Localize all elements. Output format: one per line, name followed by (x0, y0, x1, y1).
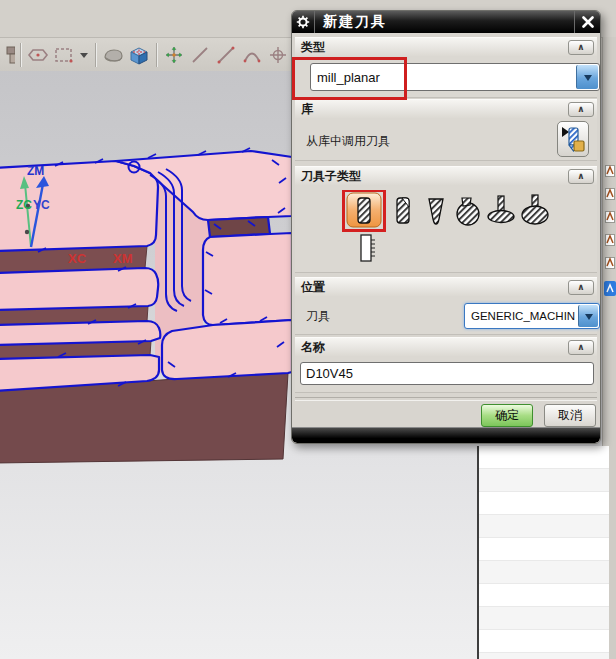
collapse-button-type[interactable]: ∧ (568, 40, 594, 55)
navigator-list[interactable] (477, 446, 609, 659)
side-tool-icon[interactable] (604, 209, 616, 224)
shaded-solid-icon[interactable] (101, 43, 125, 67)
line-endpoints-icon[interactable] (214, 43, 238, 67)
subtype-t-cutter[interactable] (488, 196, 514, 223)
subtype-chamfer-mill[interactable] (429, 199, 443, 224)
side-tool-icon[interactable] (604, 163, 616, 178)
subtype-spherical-mill[interactable] (457, 198, 479, 225)
side-tool-icon-selected[interactable] (604, 281, 616, 296)
point-icon[interactable] (266, 43, 290, 67)
axis-label-yc: YC (33, 198, 50, 212)
close-icon[interactable] (574, 11, 600, 33)
axis-label-zc: ZC (16, 198, 32, 212)
toolbar-separator (20, 43, 21, 67)
side-tool-icon[interactable] (604, 186, 616, 201)
section-label-subtype: 刀具子类型 (301, 168, 568, 185)
dialog-bottom-grip[interactable] (292, 427, 600, 443)
type-combo-value: mill_planar (317, 70, 380, 85)
library-item-label: 从库中调用刀具 (306, 133, 390, 150)
tool-combo-value: GENERIC_MACHIN (471, 310, 575, 322)
clipped-tool-icon[interactable] (1, 43, 15, 67)
subtype-barrel-cutter[interactable] (522, 195, 548, 224)
arc-icon[interactable] (240, 43, 264, 67)
axis-label-xm: XM (113, 251, 133, 266)
section-label-library: 库 (301, 101, 568, 118)
side-tool-icon[interactable] (604, 232, 616, 247)
hexagon-select-icon[interactable] (26, 43, 50, 67)
call-tool-from-library-button[interactable] (557, 121, 589, 157)
isometric-cube-icon[interactable] (127, 43, 151, 67)
collapse-button-name[interactable]: ∧ (568, 340, 594, 355)
axis-label-xc: XC (68, 251, 87, 266)
dialog-title-bar[interactable]: 新建刀具 (292, 11, 600, 33)
tool-field-label: 刀具 (306, 308, 330, 325)
collapse-button-subtype[interactable]: ∧ (568, 169, 594, 184)
section-header-name: 名称 ∧ (295, 337, 597, 357)
collapse-button-library[interactable]: ∧ (568, 102, 594, 117)
dialog-options-gear-icon[interactable] (292, 11, 315, 33)
subtype-ball-end-mill[interactable] (397, 198, 409, 223)
subtype-thread-mill[interactable] (361, 235, 375, 261)
collapse-button-location[interactable]: ∧ (568, 280, 594, 295)
library-group: 从库中调用刀具 (295, 118, 597, 161)
toolbar-separator (156, 43, 157, 67)
dropdown-caret-icon[interactable] (78, 43, 90, 67)
side-tool-icon[interactable] (604, 255, 616, 270)
axis-label-zm: ZM (27, 164, 44, 178)
ok-button[interactable]: 确定 (481, 404, 533, 427)
section-label-location: 位置 (301, 279, 568, 296)
dynamic-csys-icon[interactable] (162, 43, 186, 67)
application-window: ZM ZC YC XC XM 新建刀具 (0, 0, 616, 659)
cancel-button[interactable]: 取消 (544, 404, 596, 427)
tool-combo[interactable]: GENERIC_MACHIN (464, 303, 600, 329)
new-tool-dialog: 新建刀具 类型 ∧ mill_planar 库 ∧ 从库中调用刀具 (291, 10, 601, 444)
type-combo[interactable]: mill_planar (310, 63, 600, 91)
dialog-title: 新建刀具 (323, 13, 574, 31)
section-header-location: 位置 ∧ (295, 277, 597, 297)
rect-select-icon[interactable] (52, 43, 76, 67)
section-header-type: 类型 ∧ (295, 37, 597, 57)
tool-combo-arrow-icon[interactable] (578, 305, 598, 327)
section-header-library: 库 ∧ (295, 99, 597, 119)
button-separator (295, 397, 597, 401)
toolbar-separator (95, 43, 96, 67)
type-combo-arrow-icon[interactable] (576, 65, 598, 89)
section-label-type: 类型 (301, 39, 568, 56)
subtype-icon-row[interactable] (341, 190, 553, 268)
tool-name-input[interactable] (300, 362, 594, 385)
section-header-subtype: 刀具子类型 ∧ (295, 166, 597, 186)
subtype-group (295, 185, 597, 273)
line-icon[interactable] (188, 43, 212, 67)
section-label-name: 名称 (301, 339, 568, 356)
subtype-end-mill-selected[interactable] (344, 191, 385, 231)
